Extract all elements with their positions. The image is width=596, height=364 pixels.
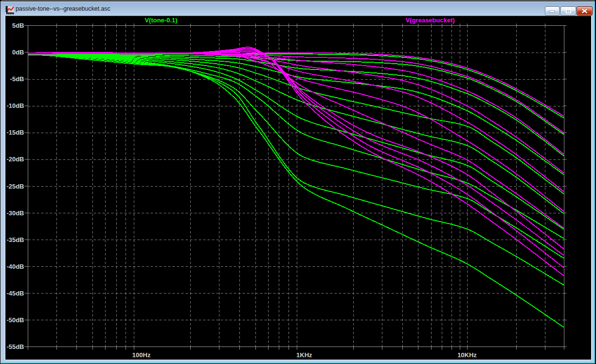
svg-text:V(tone-0.1): V(tone-0.1) — [144, 17, 177, 24]
svg-text:1KHz: 1KHz — [296, 351, 312, 359]
svg-text:5dB: 5dB — [12, 22, 24, 29]
svg-text:100Hz: 100Hz — [132, 351, 151, 359]
svg-text:-25dB: -25dB — [6, 183, 24, 190]
svg-text:-20dB: -20dB — [6, 156, 24, 163]
svg-text:-50dB: -50dB — [6, 316, 24, 324]
svg-text:-45dB: -45dB — [6, 290, 24, 297]
svg-text:0dB: 0dB — [12, 49, 24, 56]
svg-text:-15dB: -15dB — [6, 129, 24, 136]
svg-text:V(greasebucket): V(greasebucket) — [405, 17, 454, 24]
svg-text:10KHz: 10KHz — [457, 351, 477, 359]
svg-text:-10dB: -10dB — [6, 102, 24, 109]
svg-text:-35dB: -35dB — [6, 236, 24, 243]
svg-text:-40dB: -40dB — [6, 263, 24, 270]
svg-text:-5dB: -5dB — [10, 75, 24, 83]
svg-text:-30dB: -30dB — [6, 209, 24, 217]
svg-text:-55dB: -55dB — [6, 343, 24, 350]
